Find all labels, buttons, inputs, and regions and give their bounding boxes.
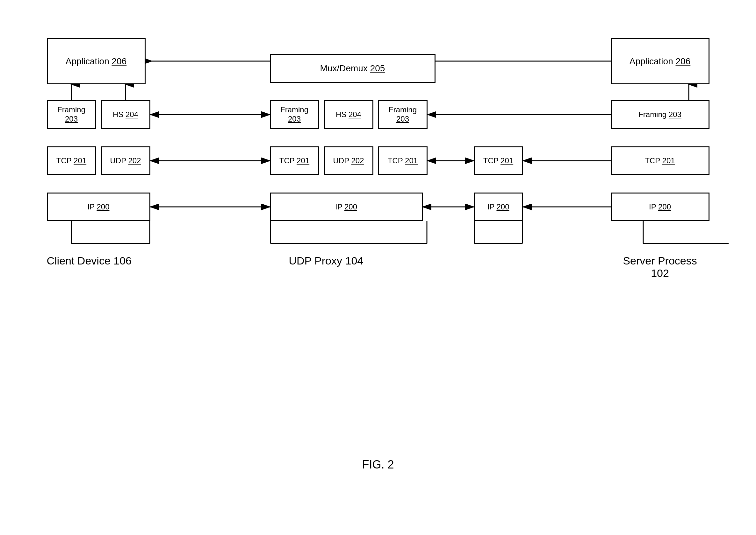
tcp-proxy-3-label: TCP 201: [483, 156, 513, 165]
page: Application 206 Application 206 Mux/Demu…: [0, 0, 756, 535]
hs-cl-label: HS 204: [113, 110, 138, 119]
ip-cl-text: IP: [88, 202, 95, 211]
tcp-proxy-1-label: TCP 201: [279, 156, 309, 165]
ip-srv-ref: 200: [658, 202, 671, 211]
ip-cl-label: IP 200: [88, 202, 109, 211]
tcp-proxy-3-box: TCP 201: [474, 146, 523, 175]
fig-caption-text: FIG. 2: [362, 458, 394, 471]
tcp-cl-label: TCP 201: [56, 156, 86, 165]
client-device-label: Client Device 106: [47, 255, 132, 267]
ip-proxy-r-ref: 200: [496, 202, 509, 211]
udp-cl-ref: 202: [128, 156, 141, 165]
tcp-proxy-3-ref: 201: [500, 156, 513, 165]
tcp-srv-text: TCP: [645, 156, 660, 165]
ip-proxy-box: IP 200: [270, 192, 423, 221]
tcp-srv-ref: 201: [662, 156, 675, 165]
framing-srv-ref: 203: [669, 110, 681, 119]
framing-proxy-1-box: Framing203: [270, 100, 319, 129]
ip-srv-box: IP 200: [611, 192, 710, 221]
ip-proxy-label: IP 200: [335, 202, 357, 211]
ip-srv-text: IP: [649, 202, 656, 211]
tcp-proxy-2-text: TCP: [388, 156, 403, 165]
udp-cl-label: UDP 202: [110, 156, 141, 165]
hs-proxy-text: HS: [336, 110, 346, 119]
app-right-label: Application 206: [629, 56, 690, 67]
tcp-cl-text: TCP: [56, 156, 72, 165]
framing-cl-1-ref: 203: [65, 115, 78, 123]
udp-proxy-text: UDP: [333, 156, 349, 165]
tcp-proxy-1-box: TCP 201: [270, 146, 319, 175]
app-right-box: Application 206: [611, 38, 710, 84]
framing-srv-box: Framing 203: [611, 100, 710, 129]
mux-label: Mux/Demux 205: [320, 63, 385, 74]
app-right-text: Application: [629, 56, 673, 66]
udp-cl-box: UDP 202: [101, 146, 150, 175]
tcp-proxy-1-ref: 201: [297, 156, 309, 165]
diagram-area: Application 206 Application 206 Mux/Demu…: [28, 38, 729, 324]
app-left-label: Application 206: [66, 56, 127, 67]
ip-proxy-r-text: IP: [487, 202, 495, 211]
tcp-proxy-2-box: TCP 201: [378, 146, 428, 175]
app-left-ref: 206: [112, 56, 127, 66]
mux-ref: 205: [370, 63, 385, 73]
tcp-proxy-2-label: TCP 201: [388, 156, 418, 165]
framing-proxy-1-ref: 203: [288, 115, 301, 123]
framing-proxy-1-text: Framing: [280, 105, 308, 114]
framing-srv-text: Framing: [638, 110, 666, 119]
tcp-cl-box: TCP 201: [47, 146, 96, 175]
framing-srv-label: Framing 203: [638, 110, 681, 119]
app-left-box: Application 206: [47, 38, 146, 84]
hs-proxy-ref: 204: [348, 110, 361, 119]
framing-cl-1-text: Framing: [57, 105, 85, 114]
framing-proxy-3-ref: 203: [396, 115, 409, 123]
framing-proxy-3-text: Framing: [389, 105, 417, 114]
hs-cl-box: HS 204: [101, 100, 150, 129]
framing-proxy-3-box: Framing203: [378, 100, 428, 129]
hs-cl-text: HS: [113, 110, 123, 119]
app-right-ref: 206: [676, 56, 691, 66]
tcp-srv-label: TCP 201: [645, 156, 675, 165]
server-process-text: Server Process: [623, 255, 697, 267]
tcp-proxy-3-text: TCP: [483, 156, 499, 165]
ip-proxy-r-label: IP 200: [487, 202, 509, 211]
mux-box: Mux/Demux 205: [270, 54, 436, 83]
ip-proxy-ref: 200: [345, 202, 357, 211]
hs-cl-ref: 204: [126, 110, 138, 119]
server-process-label: Server Process 102: [611, 255, 710, 279]
udp-cl-text: UDP: [110, 156, 126, 165]
udp-proxy-label: UDP 202: [333, 156, 364, 165]
hs-proxy-label: HS 204: [336, 110, 361, 119]
framing-cl-1-box: Framing203: [47, 100, 96, 129]
ip-srv-label: IP 200: [649, 202, 671, 211]
udp-proxy-ref: 202: [351, 156, 364, 165]
server-process-num: 102: [651, 267, 669, 279]
udp-proxy-box: UDP 202: [324, 146, 373, 175]
client-device-text: Client Device 106: [47, 255, 132, 267]
framing-cl-1-label: Framing203: [57, 105, 85, 124]
ip-cl-ref: 200: [97, 202, 109, 211]
app-left-text: Application: [66, 56, 109, 66]
ip-proxy-r-box: IP 200: [474, 192, 523, 221]
ip-proxy-text: IP: [335, 202, 342, 211]
mux-text: Mux/Demux: [320, 63, 368, 73]
framing-proxy-1-label: Framing203: [280, 105, 308, 124]
hs-proxy-box: HS 204: [324, 100, 373, 129]
udp-proxy-label-text: UDP Proxy 104: [289, 255, 364, 267]
tcp-proxy-1-text: TCP: [279, 156, 295, 165]
tcp-srv-box: TCP 201: [611, 146, 710, 175]
tcp-proxy-2-ref: 201: [405, 156, 418, 165]
framing-proxy-3-label: Framing203: [389, 105, 417, 124]
ip-cl-box: IP 200: [47, 192, 150, 221]
tcp-cl-ref: 201: [74, 156, 86, 165]
udp-proxy-text-main: UDP Proxy 104: [289, 255, 364, 267]
figure-caption: FIG. 2: [362, 458, 394, 471]
